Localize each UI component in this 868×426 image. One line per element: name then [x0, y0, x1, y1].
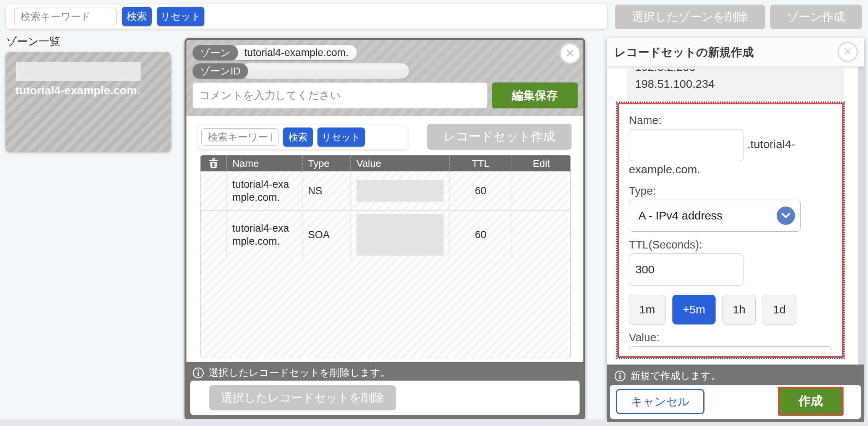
- ttl-1m-button[interactable]: 1m: [629, 295, 666, 324]
- col-header-name: Name: [226, 155, 302, 171]
- col-header-type: Type: [302, 155, 350, 171]
- zone-card-name: tutorial4-example.com.: [15, 84, 140, 97]
- zone-name-value: tutorial4-example.com.: [231, 45, 357, 60]
- col-header-edit: Edit: [512, 155, 570, 171]
- delete-recordset-button[interactable]: 選択したレコードセットを削除: [209, 385, 396, 410]
- recordset-search-button[interactable]: 検索: [283, 127, 313, 147]
- ttl-input[interactable]: [629, 253, 743, 286]
- vertical-scrollbar[interactable]: [858, 67, 864, 365]
- zone-tag: ゾーン: [193, 45, 238, 60]
- zone-search-bar: 検索 リセット: [5, 4, 607, 29]
- create-recordset-button[interactable]: レコードセット作成: [427, 124, 572, 150]
- previous-value-line: 198.51.100.234: [635, 76, 836, 92]
- recordset-search-bar: 検索 リセット: [197, 124, 408, 150]
- ttl-1h-button[interactable]: 1h: [722, 295, 756, 324]
- previous-value-box: 192.0.2.200 198.51.100.234: [627, 69, 844, 102]
- recordset-table-header: Name Type Value TTL Edit: [201, 155, 570, 171]
- highlighted-form: Name: .tutorial4-example.com. Type: A - …: [617, 103, 844, 358]
- type-label: Type:: [629, 185, 832, 197]
- save-edit-button[interactable]: 編集保存: [492, 82, 578, 108]
- zone-id-tag: ゾーンID: [193, 63, 248, 79]
- zone-reset-button[interactable]: リセット: [157, 7, 204, 26]
- ttl-1d-button[interactable]: 1d: [763, 295, 796, 324]
- record-value-textarea[interactable]: [629, 346, 832, 358]
- zone-name-row: ゾーン tutorial4-example.com.: [193, 45, 357, 60]
- recordset-reset-button[interactable]: リセット: [317, 127, 365, 147]
- zone-id-row: ゾーンID: [193, 63, 409, 79]
- zone-modal-footer: 選択したレコードセットを削除します。 選択したレコードセットを削除: [186, 362, 583, 418]
- create-zone-button[interactable]: ゾーン作成: [770, 5, 862, 29]
- create-panel-title: レコードセットの新規作成: [614, 45, 754, 60]
- zone-search-input[interactable]: [14, 8, 117, 25]
- recordset-search-input[interactable]: [201, 128, 279, 146]
- info-icon: [614, 370, 626, 382]
- type-select[interactable]: A - IPv4 address: [629, 200, 801, 232]
- create-button[interactable]: 作成: [778, 387, 844, 416]
- zone-modal-footer-inset: 選択したレコードセットを削除: [190, 381, 580, 415]
- close-zone-modal-button[interactable]: ×: [559, 43, 581, 64]
- type-select-value: A - IPv4 address: [638, 209, 777, 222]
- col-header-value: Value: [350, 155, 449, 171]
- chevron-down-icon: [777, 207, 795, 225]
- ttl-label: TTL(Seconds):: [629, 239, 832, 251]
- redacted-value: [356, 214, 444, 256]
- col-header-ttl: TTL: [449, 155, 512, 171]
- record-name-input[interactable]: [629, 129, 743, 161]
- redacted-zone-id: [16, 62, 141, 81]
- delete-zone-button[interactable]: 選択したゾーンを削除: [615, 5, 765, 29]
- create-panel-header: レコードセットの新規作成 ×: [607, 38, 864, 67]
- info-icon: [193, 367, 204, 379]
- delete-recordset-info: 選択したレコードセットを削除します。: [209, 366, 390, 379]
- name-label: Name:: [629, 114, 832, 127]
- create-info: 新規で作成します。: [630, 369, 721, 382]
- create-panel-footer-inset: キャンセル 作成: [610, 385, 861, 419]
- table-row-ns[interactable]: tutorial4-example.com. NS 60: [201, 171, 570, 211]
- trash-icon: [201, 155, 226, 171]
- previous-value-line-clipped: 192.0.2.200: [635, 69, 836, 76]
- value-label: Value:: [629, 331, 832, 344]
- create-panel-footer: 新規で作成します。 キャンセル 作成: [607, 365, 864, 422]
- zone-card[interactable]: tutorial4-example.com.: [5, 52, 171, 152]
- zone-detail-modal: ゾーン tutorial4-example.com. ゾーンID 編集保存 × …: [185, 38, 585, 420]
- ttl-5m-button[interactable]: +5m: [672, 295, 716, 324]
- recordset-table: Name Type Value TTL Edit tutorial4-examp…: [200, 155, 571, 358]
- zone-search-button[interactable]: 検索: [122, 7, 152, 26]
- zone-modal-header: ゾーン tutorial4-example.com. ゾーンID 編集保存 ×: [186, 40, 583, 116]
- zone-id-value: [241, 63, 409, 79]
- redacted-value: [356, 180, 444, 202]
- zone-comment-input[interactable]: [193, 82, 487, 108]
- zone-list-title: ゾーン一覧: [6, 34, 60, 49]
- create-recordset-panel: レコードセットの新規作成 × 192.0.2.200 198.51.100.23…: [607, 38, 864, 422]
- cancel-button[interactable]: キャンセル: [616, 389, 704, 414]
- table-row-soa[interactable]: tutorial4-example.com. SOA 60: [201, 211, 570, 259]
- close-create-panel-button[interactable]: ×: [837, 42, 858, 62]
